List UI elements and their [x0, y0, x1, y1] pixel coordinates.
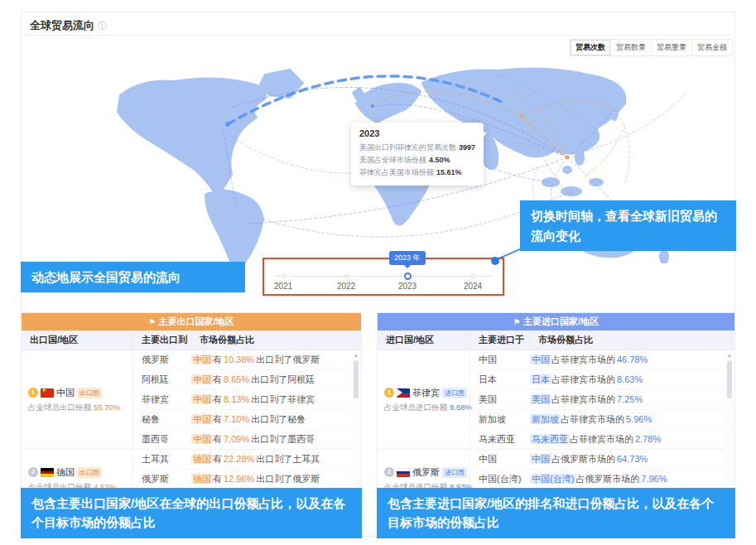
country-name: 中国: [56, 387, 75, 399]
timeline-tick-2024[interactable]: [471, 274, 475, 278]
import-group-philippines: 1 菲律宾 进口国 占全球总进口份额9.68% 中国 中国占菲律宾市场的46.7…: [378, 350, 734, 450]
column-header: 出口国/地区: [22, 330, 133, 350]
tab-trade-count[interactable]: 贸易次数: [571, 40, 610, 55]
tooltip-row: 美国出口到菲律宾的贸易次数3997: [359, 142, 475, 154]
timeline-track[interactable]: [274, 276, 493, 277]
country-cell: 1 菲律宾 进口国 占全球总进口份额9.68%: [378, 350, 470, 449]
importer-badge: 进口国: [442, 467, 467, 478]
table-row: 中国 中国占菲律宾市场的46.78%: [470, 350, 734, 370]
timeline-year-2023[interactable]: 2023: [389, 282, 426, 291]
page-title: 全球贸易流向ⓘ: [30, 18, 107, 33]
column-header: 主要进口于: [470, 330, 530, 350]
timeline-year-2022[interactable]: 2022: [328, 282, 364, 291]
annotation-import-table: 包含主要进口国家/地区的排名和进口份额占比，以及在各个目标市场的份额占比: [377, 488, 735, 538]
export-table-scrollbar[interactable]: ▲ ▼: [351, 350, 361, 500]
table-row: 墨西哥 中国有7.09%出口到了墨西哥: [133, 430, 361, 449]
rank-medal-icon: 1: [28, 388, 38, 398]
timeline-handle-2023[interactable]: [404, 272, 412, 280]
country-name: 俄罗斯: [412, 466, 440, 479]
rank-medal-icon: 2: [28, 467, 38, 477]
export-group-china: 1 中国 出口国 占全球总出口份额55.70% 俄罗斯 中国有10.38%出口到…: [22, 350, 361, 450]
page-title-text: 全球贸易流向: [30, 19, 94, 31]
country-name: 菲律宾: [412, 387, 440, 399]
importer-badge: 进口国: [442, 388, 467, 398]
table-row: 俄罗斯 中国有10.38%出口到了俄罗斯: [133, 350, 361, 370]
import-table-scrollbar[interactable]: ▲ ▼: [725, 350, 734, 500]
column-header: 进口国/地区: [378, 330, 470, 350]
annotation-export-table: 包含主要出口国家/地区在全球的出口份额占比，以及在各个目标市场的份额占比: [21, 488, 362, 538]
timeline-year-2021[interactable]: 2021: [265, 282, 301, 291]
table-row: 俄罗斯 德国有12.96%出口到了俄罗斯: [133, 470, 361, 490]
exporter-badge: 出口国: [77, 388, 102, 398]
table-row: 土耳其 德国有22.28%出口到了土耳其: [133, 450, 361, 470]
table-row: 美国 美国占菲律宾市场的7.25%: [470, 390, 734, 410]
scroll-up-icon[interactable]: ▲: [727, 352, 733, 358]
tooltip-row: 菲律宾占美国市场份额15.61%: [359, 166, 475, 179]
table-row: 马来西亚 马来西亚占菲律宾市场的2.78%: [470, 430, 734, 449]
timeline-selected-badge[interactable]: 2023 年: [389, 251, 426, 265]
flag-germany-icon: [41, 468, 54, 477]
map-tooltip: 2023 美国出口到菲律宾的贸易次数3997 美国占全球市场份额4.50% 菲律…: [351, 123, 484, 186]
metric-tab-group: 贸易次数 贸易数量 贸易重量 贸易金额: [570, 39, 733, 56]
flag-china-icon: [41, 388, 54, 398]
flag-banner-icon: ⚑: [148, 318, 155, 326]
tab-trade-quantity[interactable]: 贸易数量: [610, 40, 651, 55]
export-table-header: ⚑主要出口国家/地区: [22, 313, 361, 330]
timeline-tick-2022[interactable]: [344, 274, 349, 278]
flag-philippines-icon: [397, 388, 410, 398]
country-name: 德国: [56, 466, 75, 479]
flag-russia-icon: [397, 468, 410, 477]
table-row: 日本 日本占菲律宾市场的8.63%: [470, 370, 734, 390]
tab-trade-weight[interactable]: 贸易重量: [651, 40, 691, 55]
import-table: ⚑主要进口国家/地区 进口国/地区 主要进口于 市场份额占比 1 菲律宾 进口国…: [377, 312, 735, 502]
table-row: 菲律宾 中国有8.13%出口到了菲律宾: [133, 390, 361, 410]
table-row: 中国 中国占俄罗斯市场的64.73%: [470, 450, 734, 470]
scrollbar-thumb[interactable]: [354, 360, 359, 398]
rank-medal-icon: 1: [384, 388, 394, 398]
exporter-badge: 出口国: [77, 467, 102, 478]
export-table: ⚑主要出口国家/地区 出口国/地区 主要出口到 市场份额占比 1 中国 出口国 …: [21, 312, 362, 502]
scrollbar-thumb[interactable]: [727, 360, 732, 398]
export-table-columns: 出口国/地区 主要出口到 市场份额占比: [22, 330, 361, 350]
timeline-highlight-rect: 2021 2022 2023 2024 2023 年: [262, 258, 504, 296]
annotation-map-flow: 动态地展示全国贸易的流向: [21, 262, 245, 292]
import-table-header: ⚑主要进口国家/地区: [378, 313, 734, 330]
column-header: 市场份额占比: [530, 330, 734, 350]
timeline-year-2024[interactable]: 2024: [455, 282, 491, 291]
flag-banner-icon: ⚑: [513, 318, 520, 326]
tab-trade-amount[interactable]: 贸易金额: [691, 40, 732, 55]
tooltip-year: 2023: [359, 128, 475, 138]
import-table-columns: 进口国/地区 主要进口于 市场份额占比: [378, 330, 734, 350]
column-header: 主要出口到: [133, 330, 191, 350]
country-cell: 1 中国 出口国 占全球总出口份额55.70%: [22, 350, 133, 449]
timeline-tick-2021[interactable]: [282, 274, 286, 278]
info-icon[interactable]: ⓘ: [98, 21, 107, 31]
annotation-timeline: 切换时间轴，查看全球新旧贸易的流向变化: [520, 200, 736, 251]
column-header: 市场份额占比: [191, 330, 361, 350]
header-divider: [22, 35, 733, 36]
table-row: 秘鲁 中国有7.10%出口到了秘鲁: [133, 410, 361, 430]
table-row: 中国(台湾) 中国(台湾)占俄罗斯市场的7.96%: [470, 470, 734, 490]
tooltip-row: 美国占全球市场份额4.50%: [359, 154, 475, 166]
table-row: 新加坡 新加坡占菲律宾市场的5.96%: [470, 410, 734, 430]
share-value: 55.70%: [94, 403, 120, 412]
table-row: 阿根廷 中国有8.65%出口到了阿根廷: [133, 370, 361, 390]
trade-flow-dashboard: 全球贸易流向ⓘ 贸易次数 贸易数量 贸易重量 贸易金额: [0, 0, 756, 545]
share-value: 9.68%: [450, 403, 472, 412]
rank-medal-icon: 2: [384, 467, 394, 477]
scroll-up-icon[interactable]: ▲: [354, 352, 359, 358]
